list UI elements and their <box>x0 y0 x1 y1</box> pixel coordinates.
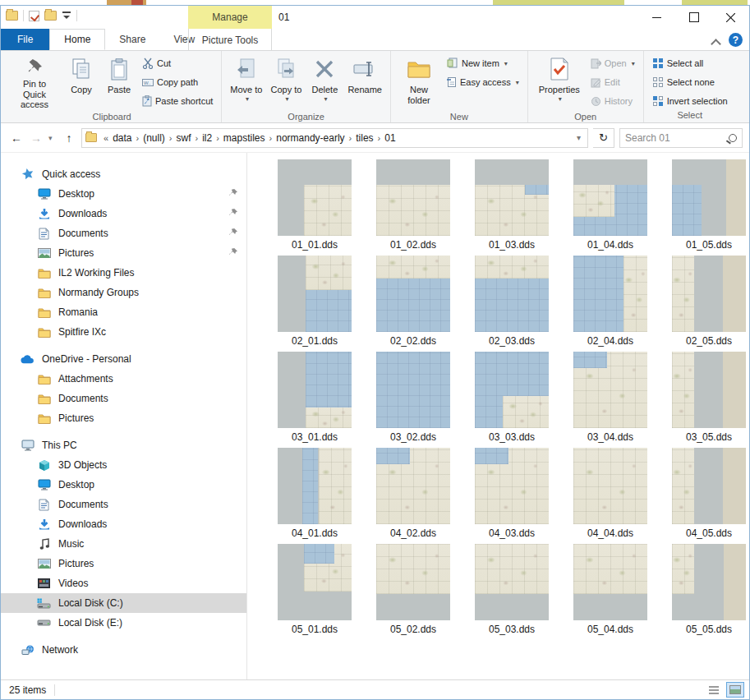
maximize-button[interactable] <box>675 6 712 29</box>
forward-icon[interactable]: → <box>29 131 44 145</box>
sidebar-item-spitfire-ixc[interactable]: Spitfire IXc <box>1 322 246 342</box>
breadcrumb-item[interactable]: swf <box>174 132 194 144</box>
select-all-button[interactable]: Select all <box>649 55 731 71</box>
file-thumbnail[interactable] <box>672 448 746 524</box>
file-item[interactable]: 05_02.dds <box>364 544 462 640</box>
sidebar-item-romania[interactable]: Romania <box>1 302 246 322</box>
sidebar-section-quick-access[interactable]: Quick access <box>1 164 246 184</box>
sidebar-item-desktop[interactable]: Desktop <box>1 184 246 204</box>
file-thumbnail[interactable] <box>376 448 450 524</box>
file-item[interactable]: 01_02.dds <box>364 159 462 256</box>
tab-home[interactable]: Home <box>49 29 105 50</box>
breadcrumb-item[interactable]: 01 <box>382 132 398 144</box>
cut-button[interactable]: Cut <box>139 55 216 71</box>
search-input[interactable] <box>625 132 725 144</box>
file-item[interactable]: 01_03.dds <box>462 159 561 256</box>
tab-file[interactable]: File <box>1 29 49 50</box>
history-button[interactable]: History <box>587 93 638 109</box>
file-thumbnail[interactable] <box>573 448 647 524</box>
sidebar-section-network[interactable]: Network <box>1 640 246 660</box>
file-thumbnail[interactable] <box>573 544 647 620</box>
new-folder-button[interactable]: New folder <box>396 53 442 111</box>
file-thumbnail[interactable] <box>376 159 450 236</box>
sidebar-item-pictures[interactable]: Pictures <box>1 243 246 263</box>
breadcrumb-item[interactable]: il2 <box>200 132 214 144</box>
paste-shortcut-button[interactable]: Paste shortcut <box>139 93 216 109</box>
thumbnails-view-button[interactable] <box>726 682 744 698</box>
file-thumbnail[interactable] <box>475 159 549 236</box>
invert-selection-button[interactable]: Invert selection <box>649 93 731 109</box>
collapse-ribbon-icon[interactable] <box>712 38 720 43</box>
file-item[interactable]: 02_03.dds <box>462 256 561 352</box>
file-item[interactable]: 03_04.dds <box>561 352 660 448</box>
breadcrumb-separator-icon[interactable]: › <box>168 133 174 143</box>
tab-picture-tools[interactable]: Picture Tools <box>188 29 272 51</box>
file-thumbnail[interactable] <box>573 352 647 428</box>
delete-button[interactable]: Delete <box>306 53 343 111</box>
address-breadcrumb-bar[interactable]: «data›(null)›swf›il2›mapstiles›normandy-… <box>81 128 588 148</box>
file-thumbnail[interactable] <box>278 448 352 524</box>
file-thumbnail[interactable] <box>278 544 352 620</box>
file-thumbnail[interactable] <box>376 256 450 332</box>
file-thumbnail[interactable] <box>672 352 746 428</box>
folder-icon[interactable] <box>6 11 18 21</box>
refresh-icon[interactable]: ↻ <box>593 128 614 148</box>
file-item[interactable]: 05_05.dds <box>660 544 749 640</box>
sidebar-item-attachments[interactable]: Attachments <box>1 369 246 389</box>
sidebar-item-videos[interactable]: Videos <box>1 573 246 593</box>
search-box[interactable] <box>619 128 743 148</box>
file-item[interactable]: 04_05.dds <box>660 448 749 544</box>
breadcrumb-item[interactable]: mapstiles <box>221 132 268 144</box>
file-thumbnail[interactable] <box>475 352 549 428</box>
file-item[interactable]: 02_02.dds <box>364 256 462 352</box>
sidebar-item-downloads[interactable]: Downloads <box>1 514 246 534</box>
edit-button[interactable]: Edit <box>587 74 638 90</box>
file-item[interactable]: 04_03.dds <box>462 448 561 544</box>
paste-button[interactable]: Paste <box>101 53 137 111</box>
breadcrumb-item[interactable]: tiles <box>353 132 375 144</box>
new-item-button[interactable]: New item <box>444 55 522 71</box>
file-item[interactable]: 03_01.dds <box>265 352 364 448</box>
tab-share[interactable]: Share <box>105 29 159 50</box>
sidebar-item-documents[interactable]: Documents <box>1 389 246 408</box>
breadcrumb-separator-icon[interactable]: › <box>214 133 221 143</box>
help-icon[interactable]: ? <box>729 33 743 47</box>
sidebar-item-music[interactable]: Music <box>1 534 246 554</box>
new-folder-icon[interactable] <box>44 11 57 21</box>
file-thumbnail[interactable] <box>278 159 352 236</box>
file-item[interactable]: 02_04.dds <box>561 256 660 352</box>
sidebar-item-pictures[interactable]: Pictures <box>1 408 246 428</box>
address-dropdown-icon[interactable]: ▾ <box>573 133 584 142</box>
search-icon[interactable] <box>729 134 737 142</box>
sidebar-item-pictures[interactable]: Pictures <box>1 554 246 573</box>
sidebar-item-desktop[interactable]: Desktop <box>1 475 246 495</box>
file-item[interactable]: 05_01.dds <box>265 544 364 640</box>
sidebar-item-downloads[interactable]: Downloads <box>1 204 246 223</box>
file-thumbnail[interactable] <box>672 159 746 236</box>
copy-to-button[interactable]: Copy to <box>267 53 305 111</box>
pin-to-quick-access-button[interactable]: Pin to Quick access <box>7 53 62 111</box>
recent-locations-icon[interactable]: ▾ <box>48 134 57 142</box>
copy-path-button[interactable]: W.. Copy path <box>139 74 216 90</box>
back-icon[interactable]: ← <box>9 131 24 145</box>
file-thumbnail[interactable] <box>278 352 352 428</box>
copy-button[interactable]: Copy <box>63 53 99 111</box>
file-item[interactable]: 02_01.dds <box>265 256 364 352</box>
details-view-button[interactable] <box>705 682 723 698</box>
file-item[interactable]: 03_03.dds <box>462 352 561 448</box>
file-item[interactable]: 01_04.dds <box>561 159 660 256</box>
file-thumbnail[interactable] <box>573 159 647 236</box>
sidebar-item-local-disk-c-[interactable]: Local Disk (C:) <box>1 593 246 613</box>
tab-manage[interactable]: Manage <box>188 6 272 29</box>
breadcrumb-overflow-icon[interactable]: « <box>102 133 110 143</box>
sidebar-section-onedrive-personal[interactable]: OneDrive - Personal <box>1 349 246 369</box>
file-item[interactable]: 03_02.dds <box>364 352 462 448</box>
open-button[interactable]: Open <box>587 55 638 71</box>
file-thumbnail[interactable] <box>376 352 450 428</box>
file-thumbnail[interactable] <box>672 256 746 332</box>
sidebar-item-documents[interactable]: Documents <box>1 495 246 514</box>
file-thumbnail[interactable] <box>278 256 352 332</box>
move-to-button[interactable]: Move to <box>227 53 265 111</box>
file-item[interactable]: 03_05.dds <box>660 352 749 448</box>
minimize-button[interactable] <box>638 6 675 29</box>
